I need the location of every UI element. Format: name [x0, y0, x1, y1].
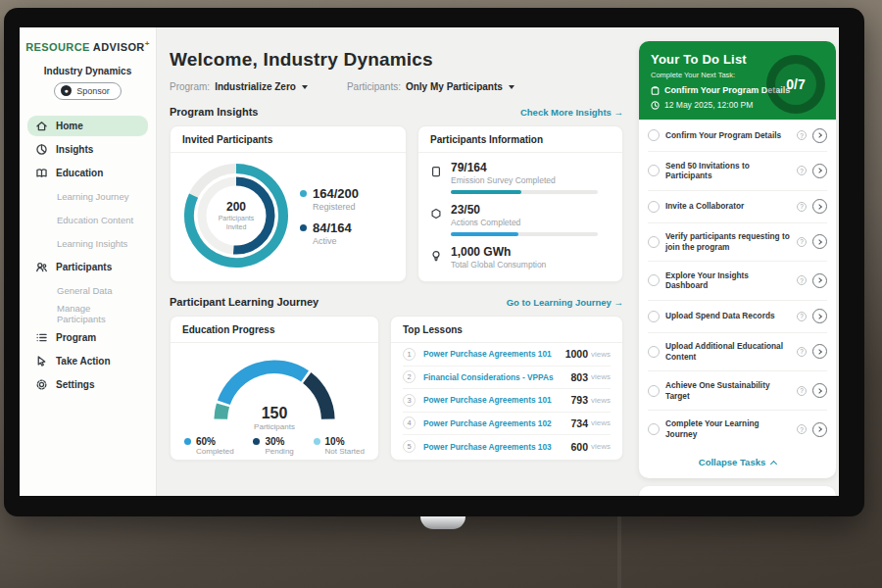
info-row-consumption: 1,000 GWh Total Global Consumption	[430, 245, 611, 270]
lesson-title-link[interactable]: Power Purchase Agreements 103	[423, 442, 570, 452]
task-label: Send 50 Invitations to Participants	[665, 161, 791, 182]
recent-news-card: Recent News	[639, 486, 836, 496]
lesson-views-label: views	[591, 442, 611, 451]
sidebar-item-label: Manage Participants	[57, 303, 140, 324]
education-progress-card: Education Progress 150 Participants	[170, 316, 379, 461]
chevron-right-button[interactable]	[812, 164, 827, 178]
chevron-right-button[interactable]	[812, 234, 827, 249]
lesson-title-link[interactable]: Power Purchase Agreements 102	[423, 418, 570, 428]
task-row: Confirm Your Program Details ?	[648, 120, 827, 152]
top-lessons-card: Top Lessons 1 Power Purchase Agreements …	[390, 316, 623, 461]
invited-total-label: Participants Invited	[210, 214, 263, 231]
lesson-title-link[interactable]: Financial Considerations - VPPAs	[423, 372, 570, 382]
lesson-views-label: views	[591, 372, 611, 381]
info-icon[interactable]: ?	[797, 275, 807, 285]
task-checkbox[interactable]	[648, 423, 660, 435]
task-checkbox[interactable]	[648, 129, 660, 141]
info-icon[interactable]: ?	[797, 312, 807, 321]
sidebar-item-label: Take Action	[56, 356, 111, 367]
actions-value: 23/50	[451, 203, 598, 217]
lesson-rank: 2	[403, 370, 416, 383]
chevron-down-icon	[509, 85, 514, 89]
participants-filter-dropdown[interactable]: Participants: Only My Participants	[347, 81, 514, 92]
chevron-right-button[interactable]	[812, 309, 827, 323]
lesson-views: 1000	[565, 348, 588, 360]
chevron-right-button[interactable]	[812, 422, 827, 437]
todo-panel: Your To Do List Complete Your Next Task:…	[635, 27, 839, 496]
monitor-bezel: RESOURCE ADVISOR+ Industry Dynamics ● Sp…	[4, 8, 864, 516]
lesson-title-link[interactable]: Power Purchase Agreements 101	[423, 395, 570, 405]
sidebar-item-participants[interactable]: Participants	[27, 257, 148, 277]
desk-background-seam	[617, 516, 621, 588]
program-filter-dropdown[interactable]: Program: Industrialize Zero	[170, 81, 308, 92]
sidebar-item-home[interactable]: Home	[27, 116, 148, 136]
logo-plus: +	[145, 39, 150, 48]
chevron-down-icon	[302, 85, 308, 89]
not-started-label: Not Started	[325, 447, 365, 456]
task-row: Explore Your Insights Dashboard ?	[648, 262, 827, 301]
collapse-tasks-link[interactable]: Collapse Tasks	[639, 448, 836, 478]
info-icon[interactable]: ?	[797, 166, 807, 175]
clipboard-icon	[651, 86, 660, 95]
sidebar-item-settings[interactable]: Settings	[27, 374, 148, 395]
learning-journey-header: Participant Learning Journey Go to Learn…	[170, 296, 623, 308]
lesson-rank: 1	[403, 348, 416, 361]
task-checkbox[interactable]	[648, 165, 660, 176]
chevron-up-icon	[770, 461, 777, 467]
insights-cards-row: Invited Participants 200 Partic	[170, 125, 623, 282]
chevron-right-button[interactable]	[812, 383, 827, 398]
participants-icon	[35, 261, 48, 273]
sidebar-item-general-data[interactable]: General Data	[27, 280, 148, 301]
task-checkbox[interactable]	[648, 274, 660, 286]
sidebar-item-manage-participants[interactable]: Manage Participants	[27, 304, 148, 324]
sidebar-item-education-content[interactable]: Education Content	[27, 210, 148, 230]
sponsor-badge[interactable]: ● Sponsor	[54, 82, 122, 100]
task-checkbox[interactable]	[648, 201, 660, 213]
info-icon[interactable]: ?	[797, 386, 807, 396]
sidebar-item-label: Education Content	[57, 215, 133, 225]
sidebar-item-learning-journey[interactable]: Learning Journey	[27, 186, 148, 207]
sidebar-item-take-action[interactable]: Take Action	[27, 351, 148, 371]
chevron-right-button[interactable]	[812, 199, 827, 214]
lesson-title-link[interactable]: Power Purchase Agreements 101	[423, 349, 565, 359]
sidebar-item-learning-insights[interactable]: Learning Insights	[27, 233, 148, 254]
task-checkbox[interactable]	[648, 385, 660, 397]
sidebar-item-label: Insights	[56, 144, 93, 155]
program-filter-label: Program:	[170, 81, 210, 92]
sidebar-nav: Home Insights Education Learning Journey…	[20, 116, 156, 395]
pending-pct: 30%	[265, 436, 284, 447]
chevron-right-button[interactable]	[812, 273, 827, 288]
pending-label: Pending	[265, 447, 293, 456]
legend-registered: 164/200 Registered	[300, 186, 359, 212]
sidebar-item-education[interactable]: Education	[27, 163, 148, 183]
info-icon[interactable]: ?	[797, 424, 807, 434]
lesson-views-label: views	[591, 418, 611, 427]
lesson-views: 734	[570, 417, 588, 429]
sidebar-item-label: Education	[56, 168, 103, 178]
info-icon[interactable]: ?	[797, 130, 807, 140]
task-checkbox[interactable]	[648, 346, 660, 358]
invited-donut-chart: 200 Participants Invited	[178, 158, 294, 273]
registered-label: Registered	[313, 202, 359, 212]
info-icon[interactable]: ?	[797, 347, 807, 357]
task-checkbox[interactable]	[648, 236, 660, 248]
check-more-insights-link[interactable]: Check More Insights →	[520, 107, 623, 118]
info-icon[interactable]: ?	[797, 202, 807, 212]
go-to-learning-journey-link[interactable]: Go to Learning Journey →	[507, 297, 623, 308]
registered-value: 164/200	[313, 186, 359, 201]
actions-progress-fill	[451, 232, 518, 236]
sidebar-item-label: Learning Insights	[57, 238, 127, 249]
consumption-value: 1,000 GWh	[451, 245, 546, 259]
participants-info-body: 79/164 Emission Survey Completed 23/50 A…	[418, 153, 622, 270]
task-label: Upload Spend Data Records	[665, 311, 791, 321]
task-checkbox[interactable]	[648, 311, 660, 322]
section-title: Program Insights	[170, 106, 258, 118]
chevron-right-button[interactable]	[812, 128, 827, 143]
task-label: Upload Additional Educational Content	[665, 341, 791, 363]
gauge-label: Participants	[196, 422, 353, 431]
chevron-right-button[interactable]	[812, 344, 827, 359]
education-icon	[35, 167, 48, 179]
info-icon[interactable]: ?	[797, 237, 807, 247]
sidebar-item-insights[interactable]: Insights	[27, 139, 148, 160]
sidebar-item-program[interactable]: Program	[27, 327, 148, 348]
